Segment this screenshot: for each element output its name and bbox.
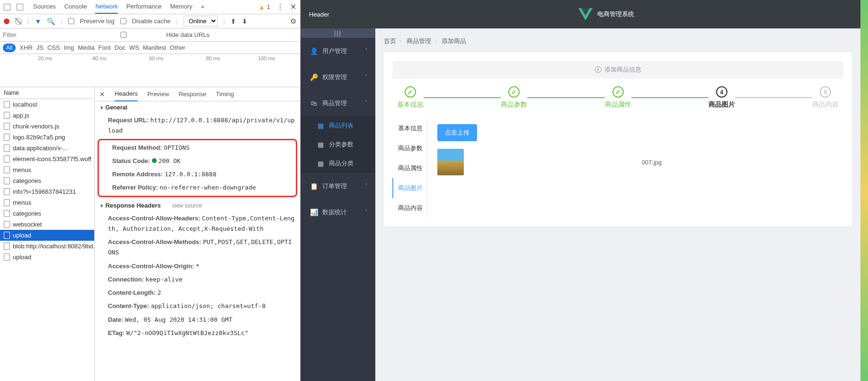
throttle-select[interactable]: Online [184, 16, 218, 27]
request-item[interactable]: logo.82b9c7a5.png [0, 132, 94, 143]
filter-input[interactable] [0, 29, 80, 40]
request-item[interactable]: categories [0, 208, 94, 219]
sidebar-subitem[interactable]: ▦商品分类 [301, 154, 375, 173]
remote-address-row: Remote Address: 127.0.0.1:8888 [99, 168, 296, 181]
app-title: 电商管理系统 [597, 10, 634, 18]
breadcrumb-home[interactable]: 首页 [384, 37, 396, 45]
device-toggle-icon[interactable] [17, 4, 23, 10]
request-item[interactable]: upload [0, 230, 94, 241]
sidebar-item[interactable]: 🔑权限管理˅ [301, 64, 375, 90]
view-source-link[interactable]: view source [172, 202, 202, 209]
request-item[interactable]: blob:http://localhost:8082/9bd... [0, 241, 94, 252]
tab-timing[interactable]: Timing [216, 87, 234, 101]
filter-manifest[interactable]: Manifest [143, 44, 166, 51]
warnings-indicator[interactable]: ▲ 1 [258, 3, 270, 11]
name-column-header[interactable]: Name [0, 87, 94, 99]
request-item[interactable]: menus [0, 164, 94, 175]
file-icon [4, 112, 10, 119]
disable-cache-checkbox[interactable] [120, 18, 126, 24]
menu-label: 数据统计 [322, 208, 347, 217]
filter-other[interactable]: Other [170, 44, 186, 51]
tick: 80 ms [206, 55, 220, 61]
file-thumbnail[interactable] [437, 149, 464, 175]
request-item[interactable]: upload [0, 252, 94, 263]
tab-sources[interactable]: Sources [33, 0, 56, 14]
sidebar-item[interactable]: 👤用户管理˅ [301, 38, 375, 64]
request-name: chunk-vendors.js [13, 123, 59, 130]
clear-icon[interactable] [15, 18, 22, 25]
record-icon[interactable] [4, 18, 9, 24]
request-item[interactable]: categories [0, 175, 94, 186]
filter-img[interactable]: Img [64, 44, 74, 51]
tab-headers[interactable]: Headers [115, 87, 138, 101]
right-strip [860, 0, 868, 381]
search-icon[interactable]: 🔍 [47, 18, 55, 25]
form-tab[interactable]: 商品参数 [392, 138, 427, 158]
close-detail-icon[interactable]: ✕ [99, 91, 105, 98]
filter-icon[interactable]: ▼ [35, 18, 41, 25]
sidebar-item[interactable]: 🛍商品管理˄ [301, 90, 375, 116]
tab-console[interactable]: Console [64, 0, 87, 14]
highlighted-general-box: Request Method: OPTIONS Status Code: 200… [97, 139, 297, 197]
devtools-menu-icon[interactable]: ⋮ [276, 2, 284, 11]
request-item[interactable]: websocket [0, 219, 94, 230]
download-har-icon[interactable]: ⬇ [242, 18, 248, 25]
tab-response[interactable]: Response [178, 87, 206, 101]
sidebar-subitem[interactable]: ▦分类参数 [301, 135, 375, 154]
form-tab[interactable]: 商品内容 [392, 198, 427, 218]
sidebar-subitem[interactable]: ▦商品列表 [301, 116, 375, 135]
tab-performance[interactable]: Performance [126, 0, 161, 14]
sidebar-item[interactable]: 📊数据统计˅ [301, 199, 375, 225]
filter-xhr[interactable]: XHR [19, 44, 32, 51]
tab-overflow[interactable]: » [201, 0, 204, 14]
sidebar-collapse[interactable]: ||| [301, 28, 375, 38]
step-label: 商品图片 [709, 100, 735, 109]
step-circle: 5 [820, 86, 831, 98]
sidebar-item[interactable]: 📋订单管理˅ [301, 173, 375, 199]
step-label: 商品属性 [605, 100, 631, 109]
form-tab[interactable]: 商品属性 [392, 158, 427, 178]
tab-network[interactable]: Network [95, 0, 118, 14]
response-headers-section[interactable]: Response Headers view source [95, 199, 300, 212]
step-line [735, 97, 812, 98]
inspect-icon[interactable] [4, 4, 10, 10]
preserve-log-checkbox[interactable] [68, 18, 74, 24]
request-item[interactable]: data:application/x-... [0, 143, 94, 154]
response-header-row: Date: Wed, 05 Aug 2020 14:31:00 GMT [95, 313, 300, 327]
upload-har-icon[interactable]: ⬆ [230, 18, 236, 25]
form-tab[interactable]: 基本信息 [392, 118, 427, 138]
filter-ws[interactable]: WS [129, 44, 139, 51]
devtools-close-icon[interactable]: ✕ [290, 2, 296, 11]
timeline[interactable]: 20 ms 40 ms 60 ms 80 ms 100 ms [0, 54, 300, 87]
menu-icon: 📋 [310, 182, 318, 190]
request-detail: ✕ Headers Preview Response Timing Genera… [95, 87, 300, 381]
request-name: logo.82b9c7a5.png [13, 134, 65, 141]
request-item[interactable]: element-icons.535877f5.woff [0, 154, 94, 164]
chevron-icon: ˄ [365, 100, 368, 106]
request-item[interactable]: info?t=1596637841231 [0, 186, 94, 197]
request-item[interactable]: chunk-vendors.js [0, 121, 94, 132]
breadcrumb-goods[interactable]: 商品管理 [407, 37, 431, 45]
disable-cache-label: Disable cache [132, 18, 171, 25]
tab-memory[interactable]: Memory [170, 0, 193, 14]
filter-media[interactable]: Media [78, 44, 94, 51]
request-item[interactable]: app.js [0, 110, 94, 121]
hide-data-urls-checkbox[interactable] [83, 32, 164, 38]
filter-css[interactable]: CSS [47, 44, 60, 51]
filter-font[interactable]: Font [98, 44, 111, 51]
general-section-header[interactable]: General [95, 101, 300, 114]
form-tab[interactable]: 商品图片 [392, 178, 427, 198]
filter-js[interactable]: JS [36, 44, 44, 51]
tab-preview[interactable]: Preview [147, 87, 169, 101]
filter-all[interactable]: All [3, 44, 16, 52]
upload-button[interactable]: 点击上传 [437, 124, 477, 141]
request-item[interactable]: localhost [0, 99, 94, 110]
step-line [631, 97, 709, 98]
filter-doc[interactable]: Doc [115, 44, 125, 51]
step: 商品参数 [501, 86, 527, 109]
request-item[interactable]: menus [0, 197, 94, 208]
response-headers-label: Response Headers [106, 202, 161, 209]
settings-icon[interactable]: ⚙ [290, 17, 296, 26]
web-app: Header 电商管理系统 ||| 👤用户管理˅🔑权限管理˅🛍商品管理˄▦商品列… [301, 0, 860, 381]
request-name: upload [13, 254, 31, 261]
